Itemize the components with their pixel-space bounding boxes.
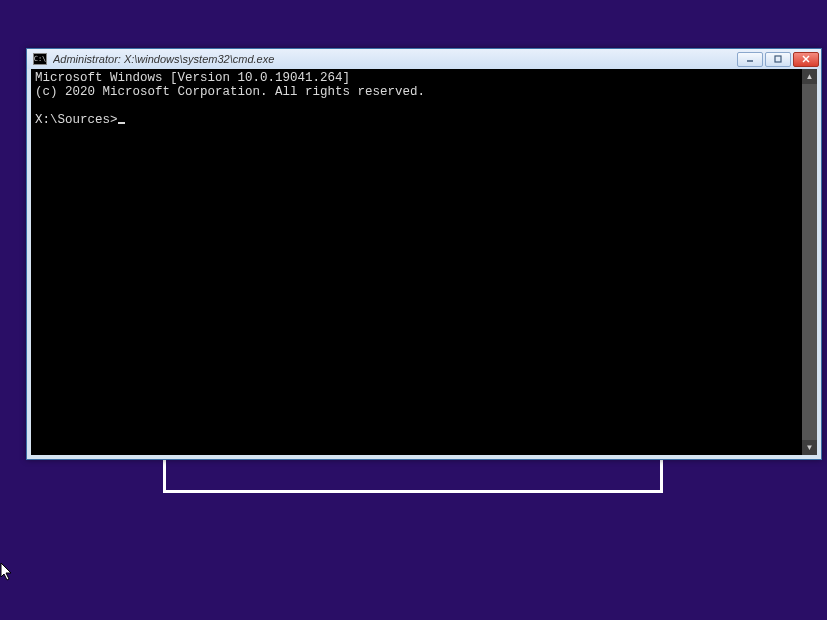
window-controls: [737, 52, 819, 67]
scroll-up-button[interactable]: ▲: [802, 69, 817, 84]
minimize-button[interactable]: [737, 52, 763, 67]
window-title: Administrator: X:\windows\system32\cmd.e…: [53, 53, 737, 65]
cmd-window: C:\ Administrator: X:\windows\system32\c…: [26, 48, 822, 460]
terminal[interactable]: Microsoft Windows [Version 10.0.19041.26…: [31, 69, 802, 455]
maximize-button[interactable]: [765, 52, 791, 67]
scrollbar[interactable]: ▲ ▼: [802, 69, 817, 455]
setup-dialog-outline: [163, 458, 663, 493]
svg-rect-1: [775, 56, 781, 62]
titlebar[interactable]: C:\ Administrator: X:\windows\system32\c…: [27, 49, 821, 69]
text-cursor: [118, 122, 125, 124]
terminal-line: (c) 2020 Microsoft Corporation. All righ…: [35, 85, 425, 99]
scroll-down-button[interactable]: ▼: [802, 440, 817, 455]
terminal-line: Microsoft Windows [Version 10.0.19041.26…: [35, 71, 350, 85]
terminal-prompt: X:\Sources>: [35, 113, 118, 127]
client-area: Microsoft Windows [Version 10.0.19041.26…: [31, 69, 817, 455]
scroll-track[interactable]: [802, 84, 817, 440]
desktop: C:\ Administrator: X:\windows\system32\c…: [0, 0, 827, 620]
scroll-thumb[interactable]: [802, 84, 817, 440]
close-button[interactable]: [793, 52, 819, 67]
mouse-cursor-icon: [0, 562, 14, 582]
cmd-icon: C:\: [33, 53, 47, 65]
